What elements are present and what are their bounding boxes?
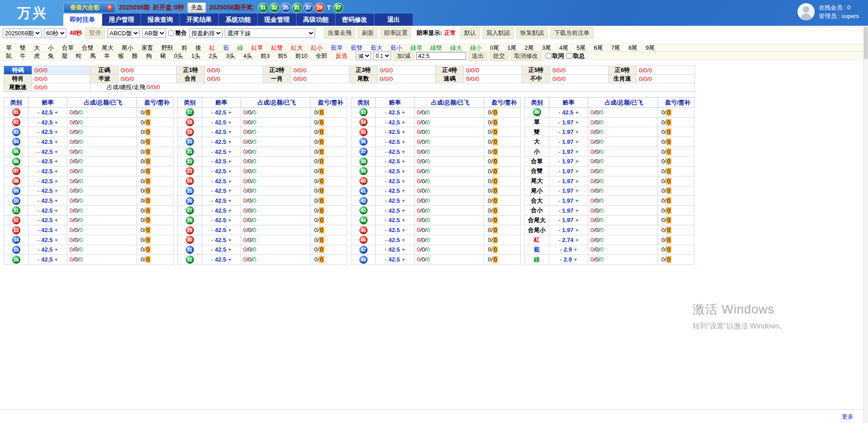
- odds-minus-button[interactable]: -: [36, 148, 41, 155]
- number-ball[interactable]: 42: [359, 197, 368, 205]
- number-ball[interactable]: 40: [359, 177, 368, 185]
- bet-category-cell[interactable]: 20: [178, 137, 202, 147]
- number-ball[interactable]: 33: [359, 108, 368, 116]
- filter-item[interactable]: 馬: [86, 52, 100, 60]
- filter-item[interactable]: 家畜: [137, 44, 157, 52]
- nav-tab-2[interactable]: 用户管理: [102, 14, 141, 26]
- odds-plus-button[interactable]: +: [400, 207, 407, 214]
- odds-plus-button[interactable]: +: [226, 256, 234, 263]
- write-default-button[interactable]: 寫入默認: [482, 27, 514, 39]
- bet-category-cell[interactable]: 38: [351, 157, 376, 166]
- odds-plus-button[interactable]: +: [53, 256, 60, 263]
- bet-category-cell[interactable]: 29: [178, 225, 202, 235]
- odds-plus-button[interactable]: +: [226, 119, 234, 126]
- adjust-step-select[interactable]: 0.1: [373, 52, 391, 60]
- filter-item[interactable]: 鼠: [2, 52, 16, 60]
- odds-plus-button[interactable]: +: [226, 148, 234, 155]
- odds-plus-button[interactable]: +: [226, 227, 234, 233]
- bet-category-cell[interactable]: 07: [4, 166, 28, 176]
- odds-minus-button[interactable]: -: [36, 237, 41, 243]
- filter-item[interactable]: 前: [177, 44, 191, 52]
- bet-category-cell[interactable]: 27: [178, 205, 202, 215]
- bet-type-label[interactable]: 單: [534, 119, 540, 125]
- odds-plus-button[interactable]: +: [574, 197, 581, 204]
- bet-category-cell[interactable]: 16: [4, 255, 28, 265]
- odds-minus-button[interactable]: -: [557, 158, 562, 165]
- bet-type-label[interactable]: 藍: [534, 246, 540, 253]
- odds-minus-button[interactable]: -: [558, 256, 563, 263]
- odds-plus-button[interactable]: +: [226, 158, 234, 165]
- number-ball[interactable]: 09: [12, 187, 20, 195]
- bet-category-cell[interactable]: 08: [4, 176, 28, 186]
- number-ball[interactable]: 49: [533, 108, 541, 116]
- bet-category-cell[interactable]: 47: [351, 245, 376, 255]
- odds-minus-button[interactable]: -: [36, 128, 41, 135]
- bet-category-cell[interactable]: 04: [4, 137, 28, 147]
- odds-plus-button[interactable]: +: [574, 158, 581, 165]
- filter-item[interactable]: 豬: [156, 52, 170, 60]
- bet-category-cell[interactable]: 尾大: [525, 176, 549, 186]
- odds-minus-button[interactable]: -: [36, 207, 41, 214]
- number-ball[interactable]: 18: [186, 118, 194, 126]
- filter-item[interactable]: 小: [44, 44, 58, 52]
- number-ball[interactable]: 17: [186, 108, 194, 116]
- summary-category-tab[interactable]: 特肖: [4, 75, 32, 83]
- odds-plus-button[interactable]: +: [574, 178, 581, 185]
- bet-category-cell[interactable]: 綠: [525, 255, 549, 265]
- bet-category-cell[interactable]: 36: [351, 137, 376, 147]
- filter-item[interactable]: 蛇: [72, 52, 86, 60]
- odds-minus-button[interactable]: -: [209, 187, 215, 194]
- bet-category-cell[interactable]: 43: [351, 205, 376, 215]
- bet-category-cell[interactable]: 44: [351, 215, 376, 225]
- odds-plus-button[interactable]: +: [400, 256, 407, 263]
- number-ball[interactable]: 13: [12, 226, 20, 234]
- bet-category-cell[interactable]: 25: [178, 186, 202, 196]
- odds-minus-button[interactable]: -: [383, 207, 388, 214]
- number-ball[interactable]: 29: [186, 226, 194, 234]
- odds-plus-button[interactable]: +: [400, 168, 407, 175]
- number-ball[interactable]: 02: [12, 118, 20, 126]
- odds-plus-button[interactable]: +: [574, 119, 581, 126]
- bet-category-cell[interactable]: 15: [4, 245, 28, 255]
- odds-plus-button[interactable]: +: [574, 237, 581, 243]
- adjust-op-select[interactable]: 減: [356, 52, 371, 60]
- filter-item[interactable]: 7尾: [607, 44, 624, 52]
- odds-minus-button[interactable]: -: [209, 256, 215, 263]
- filter-item[interactable]: 雞: [128, 52, 142, 60]
- filter-item[interactable]: 1头: [187, 52, 204, 60]
- bet-category-cell[interactable]: 小: [525, 147, 549, 157]
- lottery-select-button[interactable]: 香港六合彩 ▼: [63, 2, 116, 13]
- filter-item[interactable]: 0头: [170, 52, 187, 60]
- odds-minus-button[interactable]: -: [383, 119, 388, 126]
- sort-select[interactable]: 按盈虧排: [189, 29, 222, 38]
- bet-category-cell[interactable]: 17: [178, 108, 202, 118]
- bet-category-cell[interactable]: 49: [525, 108, 549, 118]
- number-ball[interactable]: 14: [12, 236, 20, 244]
- filter-item[interactable]: 尾小: [118, 44, 137, 52]
- number-ball[interactable]: 12: [12, 216, 20, 224]
- nav-tab-1[interactable]: 即时注单: [63, 14, 102, 26]
- bet-category-cell[interactable]: 合大: [525, 196, 549, 206]
- bet-type-label[interactable]: 合大: [531, 197, 543, 204]
- odds-minus-button[interactable]: -: [36, 187, 41, 194]
- odds-plus-button[interactable]: +: [53, 138, 60, 145]
- number-ball[interactable]: 37: [359, 147, 368, 156]
- period-select[interactable]: 2025059期: [3, 29, 42, 38]
- filter-item[interactable]: 野獸: [157, 44, 177, 52]
- summary-category-tab[interactable]: 正5特: [522, 66, 550, 75]
- odds-plus-button[interactable]: +: [53, 246, 60, 253]
- odds-plus-button[interactable]: +: [400, 158, 407, 165]
- summary-category-tab[interactable]: 正1特: [177, 66, 205, 75]
- number-ball[interactable]: 46: [359, 236, 368, 244]
- odds-minus-button[interactable]: -: [557, 119, 562, 126]
- odds-minus-button[interactable]: -: [36, 246, 41, 253]
- odds-plus-button[interactable]: +: [53, 178, 60, 185]
- odds-minus-button[interactable]: -: [36, 197, 41, 204]
- summary-category-tab[interactable]: 尾數速: [4, 83, 32, 92]
- filter-item[interactable]: 前3: [256, 52, 274, 60]
- odds-minus-button[interactable]: -: [557, 128, 562, 135]
- bet-category-cell[interactable]: 02: [4, 117, 28, 127]
- odds-minus-button[interactable]: -: [36, 119, 41, 126]
- number-ball[interactable]: 34: [359, 118, 368, 126]
- odds-minus-button[interactable]: -: [209, 227, 215, 233]
